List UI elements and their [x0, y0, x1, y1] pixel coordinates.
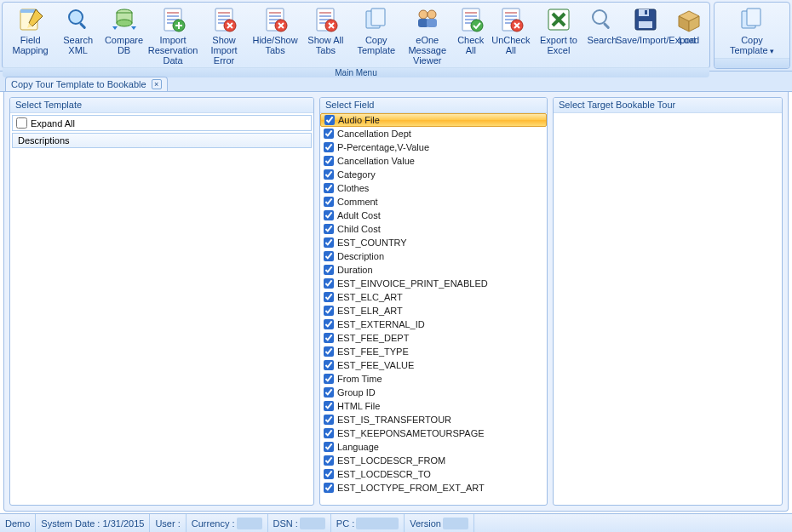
field-mapping-button[interactable]: Field Mapping: [6, 4, 55, 55]
uncheck-all-button[interactable]: UnCheck All: [490, 4, 532, 55]
field-item[interactable]: EST_ELR_ART: [320, 304, 547, 317]
field-checkbox[interactable]: [324, 142, 334, 152]
ribbon-group-side: Copy Template: [714, 2, 790, 69]
show-all-tabs-button[interactable]: Show All Tabs: [301, 4, 350, 55]
field-checkbox[interactable]: [324, 306, 334, 316]
field-checkbox[interactable]: [324, 197, 334, 207]
sheet-x-red-icon: [312, 6, 339, 33]
close-icon[interactable]: ×: [152, 79, 162, 89]
field-item[interactable]: Audio File: [320, 113, 547, 127]
field-checkbox[interactable]: [324, 237, 334, 248]
compare-db-button[interactable]: Compare DB: [101, 4, 146, 55]
field-item[interactable]: EST_EINVOICE_PRINT_ENABLED: [320, 277, 547, 290]
expand-all-label: Expand All: [31, 118, 75, 129]
field-item[interactable]: EST_COUNTRY: [320, 236, 547, 249]
field-checkbox[interactable]: [324, 265, 334, 275]
field-checkbox[interactable]: [324, 183, 334, 193]
field-label: EST_LOCTYPE_FROM_EXT_ART: [337, 483, 485, 493]
field-checkbox[interactable]: [324, 292, 334, 302]
field-checkbox[interactable]: [324, 346, 334, 357]
expand-all-checkbox[interactable]: [16, 117, 27, 129]
field-checkbox[interactable]: [324, 387, 334, 398]
field-item[interactable]: EST_FEE_DEPT: [320, 331, 547, 345]
field-item[interactable]: Clothes: [320, 181, 547, 195]
save-import-export-button[interactable]: Save/Import/Export: [621, 4, 670, 45]
eone-msg-button[interactable]: eOne Message Viewer: [403, 4, 452, 66]
field-item[interactable]: EST_ELC_ART: [320, 290, 547, 304]
field-checkbox[interactable]: [324, 483, 334, 493]
field-item[interactable]: EST_IS_TRANSFERTOUR: [320, 413, 547, 426]
field-item[interactable]: EST_FEE_VALUE: [320, 358, 547, 372]
field-checkbox[interactable]: [324, 129, 334, 139]
copy-template-dropdown-label: Copy Template: [722, 35, 782, 56]
field-item[interactable]: EST_KEEPONSAMETOURSPAGE: [320, 426, 547, 440]
field-item[interactable]: EST_LOCDESCR_FROM: [320, 454, 547, 467]
field-checkbox[interactable]: [324, 401, 334, 411]
show-import-error-button[interactable]: Show Import Error: [199, 4, 249, 66]
field-item[interactable]: Language: [320, 440, 547, 454]
field-checkbox[interactable]: [324, 374, 334, 384]
field-label: Cancellation Value: [337, 156, 415, 166]
search-xml-label: Search XML: [58, 35, 98, 55]
field-item[interactable]: From Time: [320, 372, 547, 386]
copy-template-icon: [738, 6, 766, 33]
check-all-button[interactable]: Check All: [454, 4, 488, 55]
panel-title: Select Target Bookable Tour: [554, 98, 782, 113]
expand-all-row[interactable]: Expand All: [12, 115, 312, 131]
field-label: Category: [337, 169, 376, 180]
hide-show-tabs-button[interactable]: Hide/Show Tabs: [250, 4, 300, 55]
export-excel-button[interactable]: Export to Excel: [534, 4, 583, 55]
status-pc: PC :: [331, 514, 405, 532]
copy-template-dropdown-button[interactable]: Copy Template: [718, 4, 786, 56]
field-item[interactable]: P-Percentage,V-Value: [320, 140, 547, 154]
field-item[interactable]: HTML File: [320, 399, 547, 413]
field-item[interactable]: Cancellation Dept: [320, 127, 547, 140]
field-checkbox[interactable]: [324, 169, 334, 180]
copy-template-label: Copy Template: [353, 35, 399, 55]
tab-copy-tour-template[interactable]: Copy Tour Template to Bookable ×: [5, 77, 168, 91]
field-checkbox[interactable]: [324, 469, 334, 479]
field-checkbox[interactable]: [324, 278, 334, 289]
sheet-plus-icon: [159, 6, 187, 33]
field-item[interactable]: EST_EXTERNAL_ID: [320, 317, 547, 331]
field-checkbox[interactable]: [324, 360, 334, 370]
field-item[interactable]: EST_FEE_TYPE: [320, 345, 547, 358]
field-label: P-Percentage,V-Value: [337, 142, 429, 152]
field-item[interactable]: EST_LOCTYPE_FROM_EXT_ART: [320, 481, 547, 495]
show-import-error-label: Show Import Error: [201, 35, 247, 66]
panel-select-target: Select Target Bookable Tour: [553, 97, 783, 506]
field-checkbox[interactable]: [324, 224, 334, 234]
field-list[interactable]: Audio FileCancellation DeptP-Percentage,…: [320, 113, 547, 505]
load-button[interactable]: Load: [672, 4, 706, 45]
field-checkbox[interactable]: [324, 415, 334, 425]
field-item[interactable]: Category: [320, 168, 547, 181]
field-item[interactable]: EST_LOCDESCR_TO: [320, 467, 547, 481]
field-checkbox[interactable]: [324, 210, 334, 220]
field-checkbox[interactable]: [324, 442, 334, 452]
search-button[interactable]: Search: [585, 4, 619, 45]
copy-template-button[interactable]: Copy Template: [352, 4, 401, 55]
field-checkbox[interactable]: [324, 251, 334, 261]
import-reservation-button[interactable]: Import Reservation Data: [148, 4, 198, 66]
field-item[interactable]: Duration: [320, 263, 547, 277]
descriptions-header[interactable]: Descriptions: [12, 133, 312, 148]
field-checkbox[interactable]: [324, 319, 334, 329]
field-checkbox[interactable]: [324, 333, 334, 343]
field-item[interactable]: Child Cost: [320, 222, 547, 236]
field-item[interactable]: Description: [320, 249, 547, 263]
field-item[interactable]: Adult Cost: [320, 209, 547, 222]
field-label: From Time: [337, 374, 382, 384]
field-label: EST_IS_TRANSFERTOUR: [337, 415, 451, 425]
field-checkbox[interactable]: [324, 156, 334, 166]
field-item[interactable]: Comment: [320, 195, 547, 209]
field-checkbox[interactable]: [324, 428, 334, 438]
import-reservation-label: Import Reservation Data: [148, 35, 198, 66]
field-label: EST_ELR_ART: [337, 306, 403, 316]
field-checkbox[interactable]: [324, 455, 334, 466]
search-xml-button[interactable]: Search XML: [56, 4, 100, 55]
field-checkbox[interactable]: [324, 115, 335, 125]
field-label: Description: [337, 251, 384, 261]
field-label: Comment: [337, 197, 378, 207]
field-item[interactable]: Cancellation Value: [320, 154, 547, 168]
field-item[interactable]: Group ID: [320, 386, 547, 399]
